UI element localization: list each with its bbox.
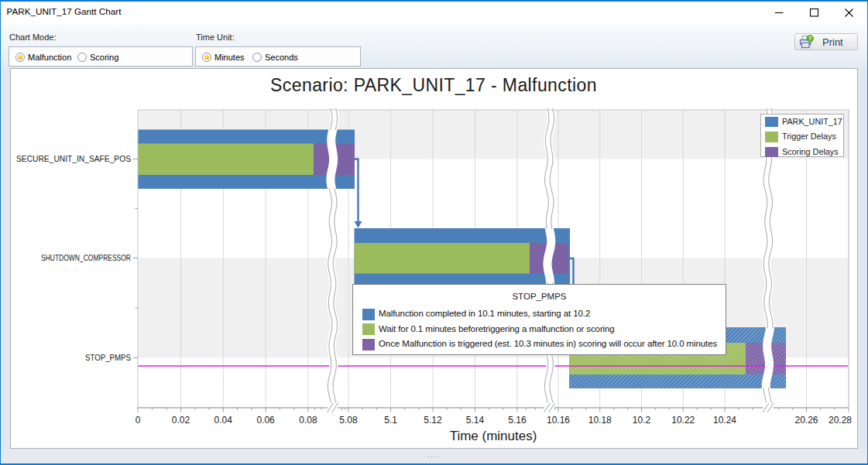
svg-text:STOP_PMPS: STOP_PMPS — [85, 353, 131, 362]
svg-text:10.24: 10.24 — [713, 415, 736, 426]
svg-text:5.1: 5.1 — [384, 415, 397, 426]
svg-text:0.04: 0.04 — [214, 415, 233, 426]
svg-text:5.08: 5.08 — [339, 415, 358, 426]
svg-text:10.22: 10.22 — [671, 415, 695, 426]
svg-text:0.08: 0.08 — [299, 415, 317, 426]
svg-text:20.28: 20.28 — [829, 415, 852, 426]
svg-text:20.26: 20.26 — [794, 415, 818, 426]
svg-text:5.16: 5.16 — [508, 415, 527, 426]
svg-text:5.14: 5.14 — [466, 415, 485, 426]
svg-text:10.18: 10.18 — [588, 415, 612, 426]
svg-text:10.16: 10.16 — [547, 415, 570, 426]
svg-text:0.02: 0.02 — [172, 415, 190, 426]
svg-text:10.2: 10.2 — [633, 415, 651, 426]
svg-text:SECURE_UNIT_IN_SAFE_POS: SECURE_UNIT_IN_SAFE_POS — [16, 154, 131, 163]
svg-text:Time (minutes): Time (minutes) — [450, 429, 537, 443]
svg-text:0: 0 — [136, 415, 141, 426]
svg-text:0.06: 0.06 — [256, 415, 275, 426]
svg-text:5.12: 5.12 — [424, 415, 442, 426]
svg-text:SHUTDOWN_COMPRESSOR: SHUTDOWN_COMPRESSOR — [41, 253, 131, 262]
svg-text:?: ? — [808, 36, 811, 41]
